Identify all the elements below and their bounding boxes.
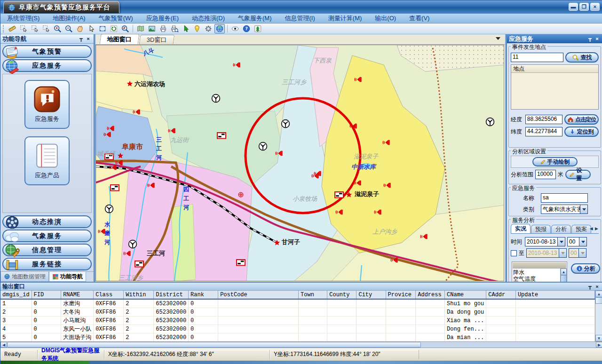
pin-icon[interactable]: ┳ [586, 36, 594, 42]
location-search-input[interactable]: 11 [511, 53, 563, 62]
column-header-Within[interactable]: Within [124, 291, 154, 299]
close-button[interactable]: × [590, 3, 600, 11]
turbine-marker[interactable] [486, 118, 494, 126]
scroll-left-icon[interactable]: ◀ [0, 342, 7, 348]
map-canvas[interactable]: 六运湖农场三工河乡下西泉八斗九运街阜康市城关镇滋泥泉子中新水库滋泥泉子小泉牧场上… [95, 45, 504, 281]
chevron-down-icon[interactable] [579, 237, 586, 246]
output-vertical-scrollbar[interactable]: ▲ ▼ [595, 291, 602, 341]
table-row[interactable]: 20大冬沟0XFF8626523020000Da dong gou [0, 308, 595, 317]
应急产品-big-button[interactable]: 应急产品 [24, 136, 70, 185]
date2-select[interactable]: 2010-08-13 [526, 248, 567, 258]
sidebar-group-信息管理[interactable]: 信息管理 [2, 244, 92, 256]
locate-to-button[interactable]: 定位到 [564, 127, 599, 137]
tab-dropdown-icon[interactable] [496, 37, 500, 42]
map-tab-3D窗口[interactable]: 3D窗口 [139, 35, 174, 44]
turbine-marker[interactable] [259, 142, 267, 150]
column-header-CAddr[interactable]: CAddr [486, 291, 516, 299]
chevron-down-icon[interactable] [557, 237, 565, 246]
list-item[interactable]: 空气温度 [512, 276, 567, 282]
column-header-Address[interactable]: Address [416, 291, 445, 299]
latitude-input[interactable]: 44.2277844 [525, 127, 562, 136]
print-button[interactable] [158, 24, 168, 33]
pan-button[interactable] [75, 24, 85, 33]
column-header-District[interactable]: District [154, 291, 189, 299]
full-extent-button[interactable] [97, 24, 108, 33]
menu-item[interactable]: 地图操作(A) [46, 14, 92, 23]
table-row[interactable]: 30小马厩沟0XFF8626523020000Xiao ma ... [0, 317, 595, 325]
column-header-Rank[interactable]: Rank [189, 291, 218, 299]
flag-marker[interactable] [335, 192, 343, 198]
flag-marker[interactable] [111, 185, 119, 191]
hour2-select[interactable]: 00 [569, 248, 586, 258]
refresh-button[interactable] [109, 24, 119, 33]
menu-item[interactable]: 气象预警(W) [92, 14, 140, 23]
turbine-marker[interactable] [129, 240, 137, 248]
list-item[interactable]: 降水 [512, 269, 567, 276]
analysis-tab-预案[interactable]: 预案 [571, 225, 591, 233]
longitude-input[interactable]: 88.3625506 [525, 115, 562, 124]
select-identify-button[interactable] [18, 24, 29, 33]
column-header-dmgis_id[interactable]: dmgis_id [0, 291, 32, 299]
scroll-up-icon[interactable]: ▲ [595, 291, 602, 297]
layers-button[interactable] [135, 24, 146, 33]
location-list[interactable]: 地点 [511, 64, 599, 110]
menu-item[interactable]: 气象服务(M) [231, 14, 278, 23]
column-header-Update[interactable]: Update [515, 291, 594, 299]
chevron-down-icon[interactable] [559, 249, 566, 257]
turbine-marker[interactable] [212, 95, 220, 103]
column-header-RNAME[interactable]: RNAME [61, 291, 94, 299]
flag-marker[interactable] [135, 261, 143, 267]
select-poly-button[interactable] [41, 24, 51, 33]
measure-button[interactable] [7, 24, 17, 33]
column-header-County[interactable]: County [327, 291, 356, 299]
column-header-City[interactable]: City [356, 291, 386, 299]
turbine-marker[interactable] [282, 120, 290, 128]
column-header-Class[interactable]: Class [94, 291, 124, 299]
zoom-in-button[interactable] [52, 24, 63, 33]
set-button[interactable]: 设置 [565, 170, 591, 179]
zoom-to-button[interactable] [120, 24, 130, 33]
print-preview-button[interactable] [169, 24, 180, 33]
chevron-down-icon[interactable] [578, 249, 586, 257]
help-button[interactable] [241, 24, 252, 33]
analysis-tab-实况[interactable]: 实况 [511, 224, 531, 233]
column-header-PostCode[interactable]: PostCode [218, 291, 299, 299]
menu-item[interactable]: 应急服务(E) [140, 14, 185, 23]
range-input[interactable]: 10000 [535, 170, 556, 179]
hour-select[interactable]: 00 [567, 237, 587, 246]
scene-button[interactable] [253, 24, 263, 33]
tab-scroll-icons[interactable]: ◀ ▶ [590, 226, 599, 231]
toolbar-grip[interactable] [3, 25, 5, 32]
find-button[interactable]: 查找 [565, 52, 599, 63]
close-icon[interactable]: × [594, 284, 601, 290]
manual-draw-button[interactable]: 手动绘制 [532, 157, 578, 166]
sidebar-group-气象服务[interactable]: 气象服务 [2, 229, 92, 242]
place-pin-button[interactable] [192, 24, 202, 33]
flag-marker[interactable] [217, 133, 226, 139]
date-select[interactable]: 2010-08-13 [525, 237, 565, 246]
export-image-button[interactable] [147, 24, 157, 33]
menu-item[interactable]: 输出(O) [368, 14, 403, 23]
tab-功能导航[interactable]: 功能导航 [49, 272, 86, 282]
analysis-tab-分析[interactable]: 分析 [551, 225, 571, 233]
table-row[interactable]: 50大面场子沟0XFF8626523020000Da mian ... [0, 333, 595, 342]
menu-item[interactable]: 动态推演(D) [185, 14, 231, 23]
list-scrollbar[interactable]: ▲ [560, 269, 567, 283]
chevron-down-icon[interactable] [580, 205, 587, 214]
table-row[interactable]: 10水磨沟0XFF8626523020000Shui mo gou [0, 299, 595, 308]
emergency-globe-button[interactable] [214, 24, 225, 33]
sidebar-group-应急服务[interactable]: 应急服务 [2, 59, 92, 72]
service-name-input[interactable]: sa [541, 193, 588, 203]
sidebar-group-动态推演[interactable]: 动态推演 [2, 215, 92, 228]
tab-地图数据管理[interactable]: 地图数据管理 [0, 272, 49, 282]
sidebar-group-气象预警[interactable]: 气象预警 [2, 45, 92, 58]
flag-marker[interactable] [237, 260, 245, 266]
pointer-button[interactable] [86, 24, 96, 33]
column-header-CName[interactable]: CName [445, 291, 486, 299]
settings-button[interactable] [203, 24, 214, 33]
analyze-button[interactable]: 分析 [571, 263, 600, 274]
locate-arrow-button[interactable] [181, 24, 191, 33]
pin-icon[interactable]: ┳ [586, 284, 594, 290]
pin-icon[interactable]: ┳ [78, 36, 85, 42]
element-list[interactable]: 降水空气温度 ▲ [512, 261, 567, 283]
